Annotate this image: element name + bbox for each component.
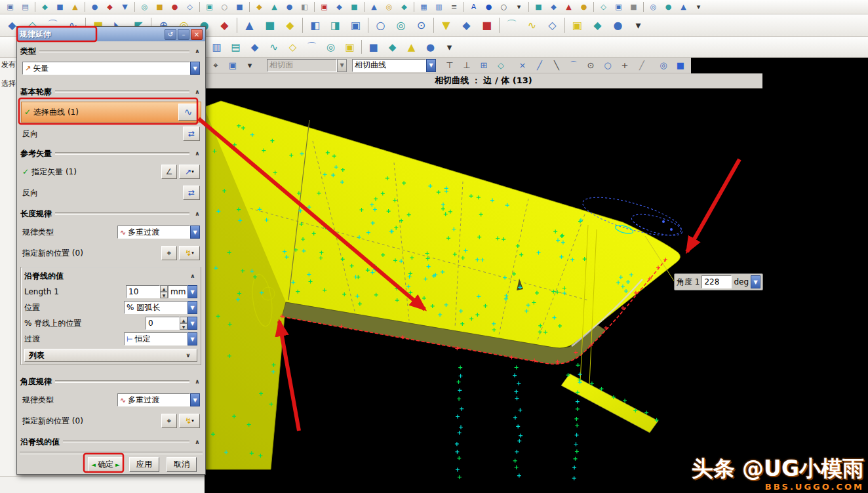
- toolbar-icon[interactable]: ◆: [588, 16, 607, 35]
- toolbar-icon[interactable]: ▲: [68, 1, 82, 13]
- toolbar-icon[interactable]: ▲: [367, 1, 381, 13]
- toolbar-icon[interactable]: ▣: [203, 1, 216, 13]
- dropdown-arrow-icon[interactable]: ▼: [187, 332, 197, 345]
- collapse-icon[interactable]: ∧: [193, 89, 202, 95]
- vector-dialog-button[interactable]: ∠: [161, 165, 177, 179]
- collapse-icon[interactable]: ∧: [193, 150, 202, 157]
- snap-point-button[interactable]: ↯ ▾: [179, 414, 200, 428]
- dialog-minimize-button[interactable]: –: [178, 29, 189, 40]
- section-angle-law[interactable]: 角度规律 ∧: [20, 374, 202, 389]
- reverse-direction-button[interactable]: ⇄: [183, 127, 200, 141]
- toolbar-icon[interactable]: ⊙: [583, 58, 599, 73]
- toolbar-icon[interactable]: ●: [608, 16, 627, 35]
- toolbar-icon[interactable]: ■: [532, 1, 545, 13]
- toolbar-icon[interactable]: ◆: [215, 16, 234, 35]
- toolbar-icon[interactable]: ■: [153, 1, 167, 13]
- toolbar-icon[interactable]: ⊞: [476, 58, 492, 73]
- toolbar-icon[interactable]: ◇: [597, 1, 610, 13]
- collapse-icon[interactable]: ∧: [193, 48, 202, 54]
- section-angle-spine-values[interactable]: 沿脊线的值 ∧: [20, 435, 202, 449]
- toolbar-icon[interactable]: ▲: [267, 1, 281, 13]
- toolbar-icon[interactable]: ⌖: [208, 58, 224, 73]
- toolbar-icon[interactable]: ◎: [391, 16, 410, 35]
- toolbar-icon[interactable]: +: [617, 58, 633, 73]
- toolbar-icon[interactable]: ◇: [183, 1, 197, 13]
- curve-rule-combo[interactable]: 相切曲线 ▼: [352, 59, 436, 72]
- toolbar-icon[interactable]: ╱: [634, 58, 650, 73]
- toolbar-icon[interactable]: A: [467, 1, 481, 13]
- toolbar-icon[interactable]: ●: [88, 1, 102, 13]
- toolbar-icon[interactable]: ▥: [208, 39, 226, 56]
- unit-dropdown-arrow[interactable]: ▼: [187, 285, 197, 298]
- section-length-law[interactable]: 长度规律 ∧: [20, 207, 202, 221]
- toolbar-icon[interactable]: ▦: [417, 1, 431, 13]
- toolbar-icon[interactable]: ●: [577, 1, 591, 13]
- spinner-control[interactable]: ▲▼: [180, 317, 187, 330]
- toolbar-icon[interactable]: ▾: [242, 58, 258, 73]
- snap-point-button[interactable]: ↯ ▾: [179, 246, 200, 260]
- expand-icon[interactable]: ∨: [184, 352, 193, 359]
- toolbar-icon[interactable]: ■: [627, 1, 641, 13]
- angle-value-input[interactable]: [701, 275, 732, 288]
- toolbar-icon[interactable]: ◆: [457, 16, 476, 35]
- toolbar-icon[interactable]: ●: [422, 39, 439, 56]
- toolbar-icon[interactable]: ▣: [3, 1, 17, 13]
- section-basic-profile[interactable]: 基本轮廓 ∧: [20, 85, 202, 99]
- point-dialog-button[interactable]: ⌖: [161, 414, 177, 428]
- toolbar-icon[interactable]: ■: [673, 58, 688, 73]
- toolbar-icon[interactable]: ■: [365, 39, 382, 56]
- toolbar-icon[interactable]: ▲: [240, 16, 259, 35]
- toolbar-icon[interactable]: ◆: [103, 1, 117, 13]
- select-curve-button[interactable]: ∿: [178, 104, 198, 121]
- toolbar-icon[interactable]: ●: [482, 1, 496, 13]
- toolbar-icon[interactable]: ◨: [326, 16, 345, 35]
- toolbar-icon[interactable]: ◆: [252, 1, 266, 13]
- dropdown-arrow-icon[interactable]: ▼: [187, 317, 197, 330]
- toolbar-icon[interactable]: ◎: [646, 1, 660, 13]
- toolbar-icon[interactable]: ▣: [346, 16, 365, 35]
- toolbar-icon[interactable]: ▣: [225, 58, 241, 73]
- toolbar-icon[interactable]: ⌒: [502, 16, 521, 35]
- toolbar-icon[interactable]: ■: [260, 16, 279, 35]
- graphics-viewport[interactable]: 角度 1 deg ▼ 头条 @UG小模雨 BBS.UGGO.COM: [205, 58, 868, 493]
- toolbar-icon[interactable]: ◎: [138, 1, 151, 13]
- collapse-icon[interactable]: ∧: [188, 273, 197, 279]
- toolbar-icon[interactable]: ▲: [403, 39, 420, 56]
- control-point[interactable]: [662, 220, 665, 223]
- angle-unit-dropdown-arrow[interactable]: ▼: [751, 275, 760, 288]
- toolbar-icon[interactable]: ⌒: [566, 58, 582, 73]
- toolbar-icon[interactable]: ◧: [298, 1, 311, 13]
- toolbar-icon[interactable]: ○: [497, 1, 511, 13]
- toolbar-icon[interactable]: ×: [515, 58, 530, 73]
- toolbar-icon[interactable]: ╲: [549, 58, 564, 73]
- toolbar-icon[interactable]: ▣: [568, 16, 587, 35]
- vector-options-button[interactable]: ↗ ▾: [179, 165, 200, 179]
- collapse-icon[interactable]: ∧: [193, 378, 202, 385]
- collapse-icon[interactable]: ∧: [193, 439, 202, 445]
- toolbar-icon[interactable]: ◎: [322, 39, 340, 56]
- toolbar-icon[interactable]: ⊤: [442, 58, 458, 73]
- toolbar-icon[interactable]: ▲: [677, 1, 690, 13]
- toolbar-icon[interactable]: ▾: [441, 39, 458, 56]
- toolbar-icon[interactable]: ●: [283, 1, 296, 13]
- toolbar-icon[interactable]: ╱: [532, 58, 547, 73]
- toolbar-icon[interactable]: ◆: [281, 16, 300, 35]
- control-point[interactable]: [670, 228, 673, 231]
- collapse-icon[interactable]: ∧: [193, 210, 202, 217]
- toolbar-icon[interactable]: ◆: [332, 1, 346, 13]
- toolbar-icon[interactable]: ▣: [341, 39, 359, 56]
- dialog-reset-button[interactable]: ↺: [165, 29, 176, 40]
- dialog-titlebar[interactable]: 规律延伸 ↺ – ×: [17, 27, 205, 41]
- toolbar-icon[interactable]: ○: [218, 1, 231, 13]
- list-expander[interactable]: 列表 ∨: [24, 349, 197, 362]
- toolbar-icon[interactable]: ◧: [306, 16, 325, 35]
- secondary-sheet-strip[interactable]: [561, 374, 658, 433]
- toolbar-icon[interactable]: ◎: [656, 58, 671, 73]
- toolbar-icon[interactable]: ■: [53, 1, 67, 13]
- transition-combo[interactable]: ⊢ 恒定 ▼: [124, 332, 197, 345]
- toolbar-icon[interactable]: ▤: [18, 1, 32, 13]
- toolbar-icon[interactable]: ▾: [692, 1, 705, 13]
- toolbar-icon[interactable]: ▾: [629, 16, 648, 35]
- toolbar-icon[interactable]: ∿: [523, 16, 542, 35]
- toolbar-icon[interactable]: ◆: [246, 39, 264, 56]
